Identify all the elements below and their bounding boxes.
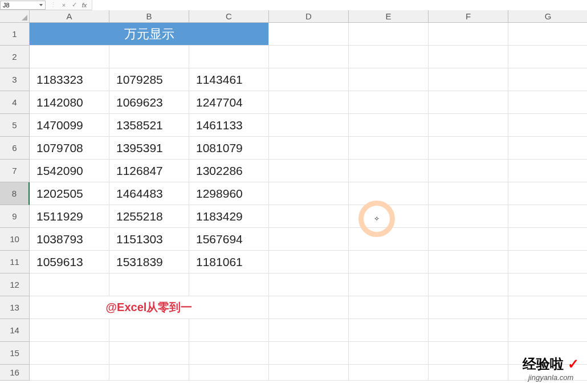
- cell[interactable]: 1081079: [189, 137, 269, 160]
- cell[interactable]: 1298960: [189, 182, 269, 205]
- cell[interactable]: 1126847: [109, 160, 189, 182]
- check-icon[interactable]: ✓: [70, 1, 78, 9]
- cell[interactable]: [508, 137, 587, 160]
- row-header[interactable]: 3: [0, 68, 30, 91]
- col-header-b[interactable]: B: [109, 10, 189, 23]
- cell[interactable]: [269, 68, 349, 91]
- cell[interactable]: [429, 205, 508, 228]
- select-all-corner[interactable]: [0, 10, 30, 23]
- cell[interactable]: [269, 296, 349, 319]
- cell[interactable]: [269, 205, 349, 228]
- cell[interactable]: [429, 365, 508, 381]
- row-header[interactable]: 6: [0, 137, 30, 160]
- row-header[interactable]: 9: [0, 205, 30, 228]
- cell[interactable]: [429, 137, 508, 160]
- cell[interactable]: 1542090: [30, 160, 109, 182]
- cell[interactable]: [349, 205, 429, 228]
- cell[interactable]: 1470099: [30, 114, 109, 137]
- cell[interactable]: [508, 273, 587, 296]
- name-box[interactable]: J8: [0, 1, 46, 10]
- cell[interactable]: [30, 365, 109, 381]
- cell[interactable]: 1531839: [109, 251, 189, 273]
- row-header[interactable]: 10: [0, 228, 30, 251]
- cell[interactable]: [349, 23, 429, 46]
- cell[interactable]: [269, 160, 349, 182]
- cell[interactable]: [429, 273, 508, 296]
- cell[interactable]: 1038793: [30, 228, 109, 251]
- cell[interactable]: [30, 46, 109, 68]
- col-header-c[interactable]: C: [189, 10, 269, 23]
- cell[interactable]: [508, 160, 587, 182]
- cell[interactable]: 1567694: [189, 228, 269, 251]
- cell[interactable]: [349, 365, 429, 381]
- cancel-icon[interactable]: ×: [60, 1, 68, 9]
- cell[interactable]: [508, 319, 587, 342]
- fx-icon[interactable]: fx: [80, 1, 88, 9]
- cell[interactable]: [508, 205, 587, 228]
- row-header[interactable]: 14: [0, 319, 30, 342]
- cell[interactable]: [429, 342, 508, 365]
- cell[interactable]: [30, 273, 109, 296]
- cell[interactable]: [109, 365, 189, 381]
- cell[interactable]: [508, 23, 587, 46]
- cell[interactable]: [109, 319, 189, 342]
- cell[interactable]: [349, 46, 429, 68]
- cell[interactable]: [508, 251, 587, 273]
- cell[interactable]: [349, 273, 429, 296]
- cell[interactable]: [349, 137, 429, 160]
- row-header[interactable]: 2: [0, 46, 30, 68]
- cell[interactable]: [508, 182, 587, 205]
- cell[interactable]: [508, 68, 587, 91]
- row-header[interactable]: 15: [0, 342, 30, 365]
- cell[interactable]: [269, 228, 349, 251]
- cell[interactable]: 1358521: [109, 114, 189, 137]
- cell[interactable]: [189, 46, 269, 68]
- row-header[interactable]: 4: [0, 91, 30, 114]
- cell[interactable]: [508, 228, 587, 251]
- annotation-cell[interactable]: @Excel从零到一: [30, 296, 269, 319]
- cell[interactable]: 1511929: [30, 205, 109, 228]
- cell[interactable]: [429, 23, 508, 46]
- cell[interactable]: 1143461: [189, 68, 269, 91]
- cell[interactable]: [349, 296, 429, 319]
- cell[interactable]: [269, 182, 349, 205]
- cell[interactable]: [349, 68, 429, 91]
- cell[interactable]: 1461133: [189, 114, 269, 137]
- cell[interactable]: [349, 160, 429, 182]
- cell[interactable]: [269, 91, 349, 114]
- col-header-f[interactable]: F: [429, 10, 508, 23]
- cell[interactable]: [30, 342, 109, 365]
- cell[interactable]: [429, 114, 508, 137]
- cell[interactable]: [269, 251, 349, 273]
- cell[interactable]: 1183323: [30, 68, 109, 91]
- row-header[interactable]: 8: [0, 182, 30, 205]
- cell[interactable]: [349, 182, 429, 205]
- cell[interactable]: [429, 91, 508, 114]
- cell[interactable]: [508, 46, 587, 68]
- cell[interactable]: [429, 319, 508, 342]
- cell[interactable]: [349, 342, 429, 365]
- cell[interactable]: [508, 296, 587, 319]
- cell[interactable]: 1395391: [109, 137, 189, 160]
- cell[interactable]: [429, 251, 508, 273]
- col-header-e[interactable]: E: [349, 10, 429, 23]
- cell[interactable]: [429, 160, 508, 182]
- cell[interactable]: [269, 365, 349, 381]
- cell[interactable]: [349, 319, 429, 342]
- col-header-a[interactable]: A: [30, 10, 109, 23]
- cell[interactable]: 1079708: [30, 137, 109, 160]
- cell[interactable]: [189, 342, 269, 365]
- cell[interactable]: 1202505: [30, 182, 109, 205]
- cell[interactable]: [429, 46, 508, 68]
- cell[interactable]: [269, 114, 349, 137]
- cell[interactable]: [429, 296, 508, 319]
- chevron-down-icon[interactable]: [39, 4, 43, 6]
- cell[interactable]: 1183429: [189, 205, 269, 228]
- cell[interactable]: 1255218: [109, 205, 189, 228]
- cell[interactable]: 1247704: [189, 91, 269, 114]
- cell[interactable]: [349, 251, 429, 273]
- cell[interactable]: [269, 46, 349, 68]
- formula-input[interactable]: [92, 0, 587, 10]
- cell[interactable]: 1059613: [30, 251, 109, 273]
- cell[interactable]: [109, 46, 189, 68]
